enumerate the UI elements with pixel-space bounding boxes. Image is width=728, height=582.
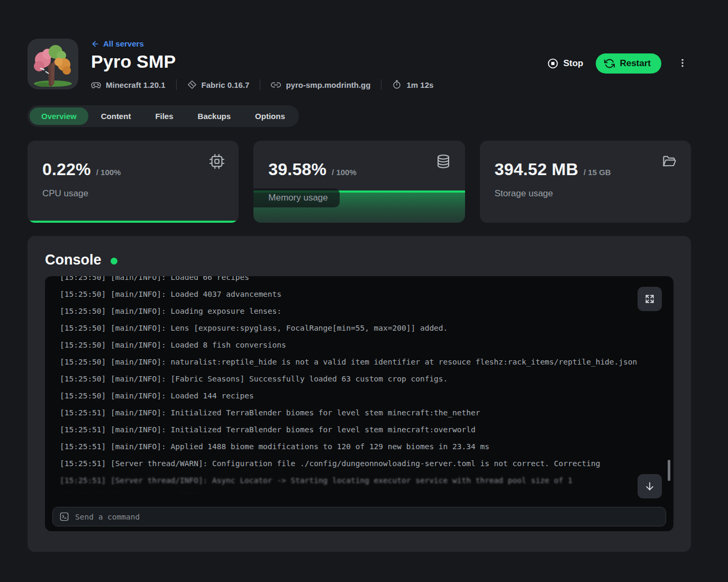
online-status-dot — [111, 258, 117, 265]
cpu-usage-label: CPU usage — [42, 188, 88, 199]
console-log-lines: [15:25:50] [main/INFO]: Loaded 66 recipe… — [45, 276, 674, 493]
console-log-line: [15:25:50] [main/INFO]: Loaded 8 fish co… — [60, 337, 659, 353]
console-log-line: [15:25:51] [main/INFO]: Initialized Terr… — [60, 404, 659, 421]
meta-separator — [381, 79, 381, 90]
link-icon — [271, 80, 281, 90]
storage-usage-max: / 15 GB — [584, 168, 611, 177]
server-meta-row: Minecraft 1.20.1 Fabric 0.16.7 pyro-smp.… — [91, 79, 433, 90]
fabric-loader-icon — [187, 80, 197, 89]
stop-button-label: Stop — [563, 58, 584, 69]
game-version-label: Minecraft 1.20.1 — [106, 80, 166, 89]
memory-usage-label: Memory usage — [253, 188, 339, 207]
memory-usage-value: 39.58% — [268, 160, 326, 179]
command-input-row — [52, 507, 666, 526]
restart-button-label: Restart — [620, 58, 651, 69]
server-address[interactable]: pyro-smp.modrinth.gg — [271, 80, 370, 90]
server-panel-page: All servers Pyro SMP Minecraft 1.20.1 Fa… — [0, 0, 728, 582]
console-card: Console [15:25:50] [main/INFO]: Loaded 6… — [28, 236, 691, 552]
server-avatar — [28, 39, 78, 89]
console-log-line: [15:25:50] [main/INFO]: naturalist:repti… — [60, 353, 659, 370]
storage-usage-label: Storage usage — [495, 188, 553, 199]
tab-files[interactable]: Files — [143, 107, 185, 125]
console-log-line: [15:25:50] [main/INFO]: Loading exposure… — [60, 303, 659, 320]
console-fullscreen-button[interactable] — [638, 287, 662, 311]
cpu-usage-card: 0.22% / 100% CPU usage — [28, 141, 239, 223]
storage-usage-value: 394.52 MB — [495, 160, 578, 179]
server-header: All servers Pyro SMP Minecraft 1.20.1 Fa… — [28, 39, 691, 90]
server-tabbar: Overview Content Files Backups Options — [28, 105, 299, 127]
cpu-icon — [209, 153, 225, 169]
loader-version-label: Fabric 0.16.7 — [202, 80, 250, 89]
console-log-line: [15:25:50] [main/INFO]: Loaded 66 recipe… — [60, 276, 659, 286]
server-uptime-label: 1m 12s — [406, 80, 433, 89]
meta-separator — [260, 79, 260, 90]
back-to-all-servers-link[interactable]: All servers — [91, 39, 433, 48]
console-log-line: [15:25:51] [Server thread/WARN]: Configu… — [60, 455, 659, 472]
scroll-to-bottom-button[interactable] — [638, 474, 662, 498]
tab-overview[interactable]: Overview — [30, 107, 88, 125]
arrow-left-icon — [91, 40, 99, 48]
cpu-usage-fill — [28, 221, 239, 223]
console-log-line: [15:25:50] [main/INFO]: Loaded 4037 adva… — [60, 286, 659, 303]
cpu-usage-value: 0.22% — [42, 160, 91, 179]
console-log-line: [15:25:50] [main/INFO]: Lens [exposure:s… — [60, 320, 659, 337]
tab-backups[interactable]: Backups — [186, 107, 243, 125]
kebab-menu-icon — [677, 57, 688, 69]
arrow-down-icon — [644, 481, 655, 492]
game-version: Minecraft 1.20.1 — [91, 80, 166, 90]
server-uptime: 1m 12s — [392, 80, 433, 89]
console-title: Console — [45, 252, 102, 268]
stats-row: 0.22% / 100% CPU usage 39.58% / 100% Mem… — [28, 141, 691, 223]
folder-open-icon — [661, 153, 677, 169]
console-log-line: [15:25:50] [main/INFO]: Loaded 144 recip… — [60, 387, 659, 404]
page-title: Pyro SMP — [91, 51, 433, 72]
gamepad-icon — [91, 80, 101, 90]
cpu-usage-max: / 100% — [96, 168, 121, 177]
console-log-line: [15:25:51] [Server thread/INFO]: Async L… — [60, 472, 659, 489]
database-icon — [435, 153, 451, 169]
server-address-label: pyro-smp.modrinth.gg — [286, 80, 370, 89]
command-input[interactable] — [75, 513, 659, 521]
console-log-line: [15:25:51] [Server thread/INFO]: Startin… — [60, 489, 659, 493]
console-log-panel[interactable]: [15:25:50] [main/INFO]: Loaded 66 recipe… — [45, 276, 674, 531]
loader-version: Fabric 0.16.7 — [187, 80, 250, 89]
restart-button[interactable]: Restart — [596, 53, 661, 74]
console-scrollbar[interactable] — [668, 460, 670, 481]
console-log-line: [15:25:50] [main/INFO]: [Fabric Seasons]… — [60, 370, 659, 387]
stop-circle-icon — [547, 58, 559, 69]
storage-usage-card: 394.52 MB / 15 GB Storage usage — [480, 141, 691, 223]
more-options-button[interactable] — [674, 55, 691, 72]
tab-content[interactable]: Content — [89, 107, 143, 125]
expand-icon — [644, 294, 655, 304]
meta-separator — [176, 79, 177, 90]
console-header: Console — [45, 252, 674, 268]
console-log-line: [15:25:51] [main/INFO]: Applied 1488 bio… — [60, 438, 659, 455]
restart-icon — [604, 58, 615, 69]
memory-usage-max: / 100% — [332, 168, 357, 177]
memory-usage-card: 39.58% / 100% Memory usage — [253, 141, 465, 223]
stopwatch-icon — [392, 80, 402, 89]
terminal-icon — [59, 512, 69, 522]
back-link-label: All servers — [103, 39, 144, 48]
tab-options[interactable]: Options — [243, 107, 297, 125]
stop-button[interactable]: Stop — [547, 58, 584, 69]
header-actions: Stop Restart — [547, 53, 691, 74]
console-log-line: [15:25:51] [main/INFO]: Initialized Terr… — [60, 421, 659, 438]
